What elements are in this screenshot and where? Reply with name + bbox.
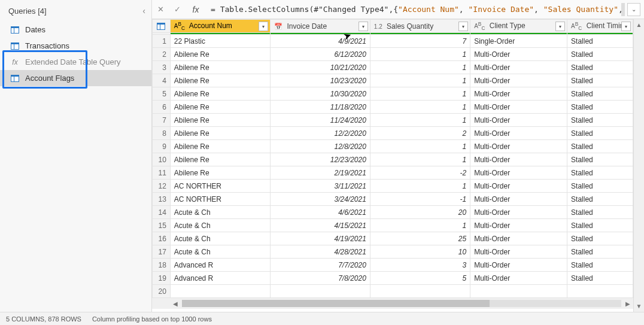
table-row[interactable]: 11Abilene Re2/19/2021-2Multi-OrderStalle… [153, 166, 633, 180]
cell[interactable]: Stalled [567, 272, 633, 285]
row-number[interactable]: 13 [153, 193, 171, 206]
cell[interactable]: Multi-Order [470, 127, 567, 140]
cell[interactable]: Stalled [567, 259, 633, 272]
row-number[interactable]: 11 [153, 166, 171, 180]
cell[interactable]: Stalled [567, 35, 633, 48]
cell[interactable]: Abilene Re [170, 61, 270, 74]
cell[interactable]: Multi-Order [470, 74, 567, 87]
cell[interactable]: 2 [370, 127, 470, 140]
cell[interactable]: Multi-Order [470, 61, 567, 74]
query-item-transactions[interactable]: Transactions [0, 38, 151, 54]
cell[interactable]: 1 [370, 140, 470, 153]
row-number[interactable]: 5 [153, 87, 171, 101]
table-row[interactable]: 5Abilene Re10/30/20201Multi-OrderStalled [153, 87, 633, 101]
query-item-account-flags[interactable]: Account Flags [0, 70, 151, 86]
cell[interactable]: 1 [370, 153, 470, 166]
cell[interactable]: Stalled [567, 101, 633, 114]
vertical-scrollbar[interactable]: ▲ ▼ [633, 19, 644, 312]
row-number[interactable]: 6 [153, 101, 171, 114]
cell[interactable]: 12/23/2020 [271, 153, 370, 166]
cell[interactable]: Stalled [567, 153, 633, 166]
cell[interactable]: 20 [370, 206, 470, 219]
cell[interactable]: Stalled [567, 114, 633, 127]
cell[interactable]: -2 [370, 166, 470, 180]
cell[interactable]: Multi-Order [470, 272, 567, 285]
cell[interactable]: Stalled [567, 166, 633, 180]
row-number[interactable]: 18 [153, 259, 171, 272]
cell[interactable]: Abilene Re [170, 87, 270, 101]
cell[interactable]: 4/15/2021 [271, 219, 370, 232]
scroll-up-icon[interactable]: ▲ [636, 22, 642, 28]
table-row[interactable]: 12AC NORTHER3/11/20211Multi-OrderStalled [153, 180, 633, 193]
cell[interactable]: Multi-Order [470, 140, 567, 153]
filter-button[interactable]: ▾ [621, 22, 631, 31]
table-row[interactable]: 122 Plastic4/9/20217Single-OrderStalled [153, 35, 633, 48]
cell[interactable]: Acute & Ch [170, 219, 270, 232]
cell[interactable] [271, 285, 370, 298]
horizontal-scrollbar[interactable]: ◀ ▶ [152, 298, 633, 309]
formula-confirm-icon[interactable]: ✓ [169, 0, 186, 19]
row-number[interactable]: 17 [153, 245, 171, 259]
row-number[interactable]: 16 [153, 232, 171, 245]
table-row[interactable]: 20 [153, 285, 633, 298]
formula-input[interactable]: = Table.SelectColumns(#"Changed Type4",{… [206, 5, 621, 14]
filter-button[interactable]: ▾ [555, 22, 565, 31]
cell[interactable]: 22 Plastic [170, 35, 270, 48]
cell[interactable]: Stalled [567, 74, 633, 87]
cell[interactable]: Multi-Order [470, 259, 567, 272]
row-number[interactable]: 20 [153, 285, 171, 298]
cell[interactable]: 2/19/2021 [271, 166, 370, 180]
cell[interactable]: 4/28/2021 [271, 245, 370, 259]
cell[interactable]: Abilene Re [170, 166, 270, 180]
cell[interactable]: 11/24/2020 [271, 114, 370, 127]
row-number[interactable]: 9 [153, 140, 171, 153]
cell[interactable]: Stalled [567, 48, 633, 61]
row-number[interactable]: 12 [153, 180, 171, 193]
query-item-dates[interactable]: Dates [0, 22, 151, 38]
cell[interactable]: Stalled [567, 87, 633, 101]
cell[interactable]: Multi-Order [470, 180, 567, 193]
table-row[interactable]: 4Abilene Re10/23/20201Multi-OrderStalled [153, 74, 633, 87]
cell[interactable]: Abilene Re [170, 101, 270, 114]
cell[interactable]: Multi-Order [470, 153, 567, 166]
column-header-invoice-date[interactable]: 📅 Invoice Date▾ [271, 20, 370, 33]
cell[interactable]: 10/21/2020 [271, 61, 370, 74]
cell[interactable]: 4/6/2021 [271, 206, 370, 219]
cell[interactable]: Single-Order [470, 35, 567, 48]
cell[interactable]: 3 [370, 259, 470, 272]
table-row[interactable]: 8Abilene Re12/2/20202Multi-OrderStalled [153, 127, 633, 140]
cell[interactable]: AC NORTHER [170, 193, 270, 206]
table-row[interactable]: 18Advanced R7/7/20203Multi-OrderStalled [153, 259, 633, 272]
column-header-client-type[interactable]: ABC Client Type▾ [470, 20, 567, 33]
row-number[interactable]: 14 [153, 206, 171, 219]
cell[interactable]: Multi-Order [470, 219, 567, 232]
cell[interactable]: 3/24/2021 [271, 193, 370, 206]
row-number[interactable]: 4 [153, 74, 171, 87]
row-header-corner[interactable] [153, 20, 171, 33]
cell[interactable]: 1 [370, 87, 470, 101]
table-row[interactable]: 7Abilene Re11/24/20201Multi-OrderStalled [153, 114, 633, 127]
cell[interactable]: Abilene Re [170, 153, 270, 166]
table-row[interactable]: 13AC NORTHER3/24/2021-1Multi-OrderStalle… [153, 193, 633, 206]
cell[interactable]: 3/11/2021 [271, 180, 370, 193]
cell[interactable]: Stalled [567, 140, 633, 153]
cell[interactable]: 1 [370, 101, 470, 114]
cell[interactable]: Multi-Order [470, 193, 567, 206]
cell[interactable]: 10/30/2020 [271, 87, 370, 101]
table-row[interactable]: 15Acute & Ch4/15/20211Multi-OrderStalled [153, 219, 633, 232]
cell[interactable]: Advanced R [170, 272, 270, 285]
query-item-extended-date-table-query[interactable]: fxExtended Date Table Query [0, 54, 151, 70]
cell[interactable]: Abilene Re [170, 140, 270, 153]
cell[interactable]: Abilene Re [170, 114, 270, 127]
row-number[interactable]: 19 [153, 272, 171, 285]
cell[interactable]: 1 [370, 74, 470, 87]
formula-fx-icon[interactable]: fx [186, 0, 206, 19]
formula-expand-icon[interactable]: ⌄ [627, 3, 640, 16]
cell[interactable]: Stalled [567, 206, 633, 219]
cell[interactable]: 1 [370, 180, 470, 193]
cell[interactable]: 1 [370, 48, 470, 61]
table-row[interactable]: 17Acute & Ch4/28/202110Multi-OrderStalle… [153, 245, 633, 259]
column-header-account-num[interactable]: ABC Account Num▾ [170, 20, 270, 33]
cell[interactable]: Acute & Ch [170, 232, 270, 245]
cell[interactable]: Advanced R [170, 259, 270, 272]
